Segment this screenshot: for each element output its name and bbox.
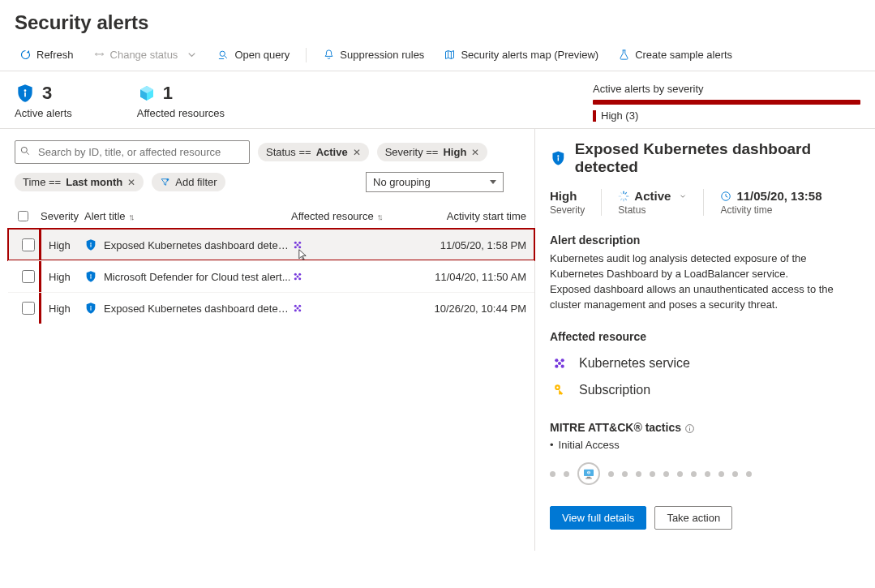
remove-filter-icon[interactable]: ✕	[127, 177, 135, 188]
refresh-button[interactable]: Refresh	[11, 45, 82, 64]
timeline-dot	[622, 471, 628, 477]
active-alerts-label: Active alerts	[15, 107, 72, 119]
resource-item-subscription[interactable]: Subscription	[550, 377, 860, 403]
resource-item-k8s[interactable]: Kubernetes service	[550, 350, 860, 377]
shield-icon	[84, 302, 97, 315]
chevron-down-icon	[186, 49, 198, 61]
detail-header: Exposed Kubernetes dashboard detected	[550, 140, 860, 176]
detail-time-value: 11/05/20, 13:58	[736, 189, 821, 203]
col-title[interactable]: Alert title↑↓	[84, 210, 291, 222]
open-query-button[interactable]: Open query	[209, 45, 298, 64]
grouping-dropdown[interactable]: No grouping	[366, 172, 504, 192]
timeline-dot	[677, 471, 683, 477]
detail-status-block[interactable]: Active Status	[602, 189, 704, 216]
col-severity[interactable]: Severity	[41, 210, 84, 222]
alerts-table: Severity Alert title↑↓ Affected resource…	[8, 204, 534, 324]
row-time: 10/26/20, 10:44 PM	[421, 303, 534, 315]
row-checkbox[interactable]	[22, 270, 35, 283]
shield-icon	[550, 149, 567, 167]
col-resource[interactable]: Affected resource↑↓	[291, 210, 421, 222]
col-time[interactable]: Activity start time	[421, 210, 534, 222]
row-checkbox[interactable]	[22, 238, 35, 251]
beaker-icon	[618, 49, 630, 61]
row-severity: High	[41, 271, 84, 283]
search-input[interactable]	[15, 140, 250, 164]
severity-bar	[593, 100, 860, 105]
info-icon[interactable]	[684, 423, 695, 434]
desc-body: Kubernetes audit log analysis detected e…	[550, 251, 860, 312]
toolbar: Refresh Change status Open query Suppres…	[0, 41, 875, 71]
add-filter-label: Add filter	[175, 176, 217, 188]
row-title-cell: Exposed Kubernetes dashboard detect...	[84, 302, 291, 315]
col-resource-label: Affected resource	[291, 210, 374, 222]
cube-icon	[137, 84, 157, 103]
detail-status-label: Status	[618, 204, 687, 216]
remove-filter-icon[interactable]: ✕	[471, 147, 479, 158]
change-status-icon	[93, 49, 105, 61]
table-header: Severity Alert title↑↓ Affected resource…	[8, 204, 534, 229]
grouping-value: No grouping	[373, 176, 431, 188]
table-row[interactable]: High Exposed Kubernetes dashboard detect…	[8, 292, 534, 324]
time-filter-pill[interactable]: Time == Last month ✕	[15, 173, 144, 191]
take-action-button[interactable]: Take action	[654, 506, 732, 530]
timeline-dot	[718, 471, 724, 477]
kubernetes-icon	[551, 354, 568, 372]
detail-time-label: Activity time	[720, 204, 821, 216]
time-pill-value: Last month	[66, 176, 122, 188]
search-icon	[19, 145, 31, 157]
suppression-rules-button[interactable]: Suppression rules	[315, 45, 432, 64]
change-status-label: Change status	[110, 49, 178, 61]
shield-icon	[84, 238, 97, 251]
spinner-icon	[618, 191, 629, 202]
open-query-label: Open query	[234, 49, 290, 61]
add-filter-button[interactable]: Add filter	[152, 173, 225, 191]
action-buttons: View full details Take action	[550, 506, 860, 530]
detail-status-value: Active	[634, 189, 671, 203]
alerts-map-button[interactable]: Security alerts map (Preview)	[435, 45, 607, 64]
severity-filter-pill[interactable]: Severity == High ✕	[377, 143, 488, 161]
select-all-cell	[15, 208, 41, 224]
col-title-label: Alert title	[84, 210, 126, 222]
affected-label: Affected resources	[137, 107, 225, 119]
severity-legend: High (3)	[593, 109, 860, 122]
key-icon	[551, 382, 568, 398]
timeline-dot	[564, 471, 569, 477]
sample-alerts-button[interactable]: Create sample alerts	[610, 45, 740, 64]
monitor-icon	[581, 466, 596, 481]
shield-icon	[84, 270, 97, 283]
table-row[interactable]: High Exposed Kubernetes dashboard detect…	[8, 229, 534, 260]
sort-icon: ↑↓	[377, 212, 381, 221]
timeline-active-step	[577, 462, 600, 485]
detail-title: Exposed Kubernetes dashboard detected	[575, 140, 860, 176]
toolbar-separator	[306, 48, 307, 62]
time-pill-prefix: Time ==	[23, 176, 61, 188]
timeline-dot	[608, 471, 614, 477]
remove-filter-icon[interactable]: ✕	[353, 147, 361, 158]
alert-detail-panel: Exposed Kubernetes dashboard detected Hi…	[535, 129, 875, 551]
status-pill-value: Active	[316, 146, 348, 158]
change-status-button[interactable]: Change status	[85, 45, 207, 64]
detail-time-block: 11/05/20, 13:58 Activity time	[704, 189, 838, 216]
timeline-dot	[691, 471, 697, 477]
suppression-label: Suppression rules	[340, 49, 424, 61]
status-pill-prefix: Status ==	[266, 146, 311, 158]
sample-alerts-label: Create sample alerts	[635, 49, 732, 61]
mitre-title-text: MITRE ATT&CK® tactics	[550, 421, 681, 434]
table-row[interactable]: High Microsoft Defender for Cloud test a…	[8, 260, 534, 292]
severity-box: Active alerts by severity High (3)	[593, 83, 860, 122]
row-check-cell	[15, 268, 41, 285]
select-all-checkbox[interactable]	[18, 211, 28, 221]
row-title: Exposed Kubernetes dashboard detect...	[104, 303, 291, 315]
status-filter-pill[interactable]: Status == Active ✕	[258, 143, 369, 161]
view-full-details-button[interactable]: View full details	[550, 506, 646, 530]
search-input-wrap	[15, 140, 250, 164]
clock-icon	[720, 191, 731, 202]
active-alerts-block: 3 Active alerts	[15, 83, 72, 119]
row-checkbox[interactable]	[22, 302, 35, 315]
detail-severity-label: Severity	[550, 204, 585, 216]
timeline-dot	[636, 471, 641, 477]
mitre-timeline	[550, 462, 860, 485]
affected-count: 1	[163, 83, 173, 104]
resource-k8s-label: Kubernetes service	[579, 356, 690, 371]
severity-pill-prefix: Severity ==	[385, 146, 439, 158]
